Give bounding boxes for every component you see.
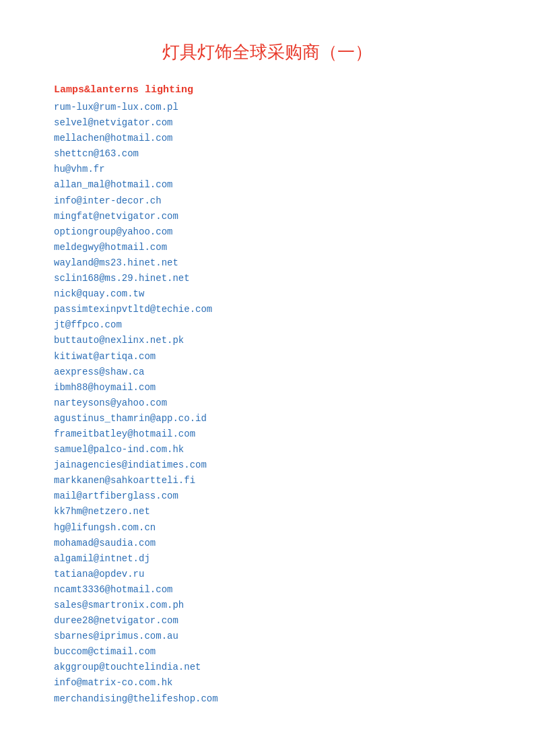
list-item: wayland@ms23.hinet.net	[54, 255, 480, 271]
list-item: mohamad@saudia.com	[54, 536, 480, 551]
list-item: akggroup@touchtelindia.net	[54, 660, 480, 675]
list-item: mingfat@netvigator.com	[54, 209, 480, 224]
list-item: mellachen@hotmail.com	[54, 131, 480, 146]
list-item: meldegwy@hotmail.com	[54, 240, 480, 255]
list-item: hu@vhm.fr	[54, 162, 480, 177]
list-item: sclin168@ms.29.hinet.net	[54, 271, 480, 286]
list-item: duree28@netvigator.com	[54, 613, 480, 629]
list-item: jt@ffpco.com	[54, 317, 480, 333]
list-item: optiongroup@yahoo.com	[54, 224, 480, 240]
list-item: ncamt3336@hotmail.com	[54, 582, 480, 598]
list-item: sbarnes@iprimus.com.au	[54, 629, 480, 644]
list-item: jainagencies@indiatimes.com	[54, 458, 480, 473]
list-item: shettcn@163.com	[54, 146, 480, 162]
list-item: sales@smartronix.com.ph	[54, 598, 480, 613]
list-item: info@matrix-co.com.hk	[54, 675, 480, 691]
email-list: rum-lux@rum-lux.com.plselvel@netvigator.…	[54, 100, 480, 707]
list-item: mail@artfiberglass.com	[54, 489, 480, 504]
list-item: ibmh88@hoymail.com	[54, 380, 480, 396]
list-item: samuel@palco-ind.com.hk	[54, 442, 480, 458]
list-item: kitiwat@artiqa.com	[54, 349, 480, 365]
list-item: algamil@intnet.dj	[54, 551, 480, 567]
list-item: narteysons@yahoo.com	[54, 396, 480, 411]
list-item: info@inter-decor.ch	[54, 193, 480, 209]
list-item: buttauto@nexlinx.net.pk	[54, 333, 480, 348]
list-item: rum-lux@rum-lux.com.pl	[54, 100, 480, 115]
section-header: Lamps&lanterns lighting	[54, 84, 480, 96]
list-item: frameitbatley@hotmail.com	[54, 427, 480, 442]
list-item: merchandising@thelifeshop.com	[54, 691, 480, 707]
list-item: kk7hm@netzero.net	[54, 504, 480, 519]
list-item: hg@lifungsh.com.cn	[54, 520, 480, 536]
list-item: agustinus_thamrin@app.co.id	[54, 411, 480, 427]
page-title: 灯具灯饰全球采购商（一）	[54, 40, 480, 64]
list-item: allan_mal@hotmail.com	[54, 177, 480, 193]
list-item: markkanen@sahkoartteli.fi	[54, 473, 480, 489]
list-item: nick@quay.com.tw	[54, 286, 480, 302]
list-item: tatiana@opdev.ru	[54, 567, 480, 582]
list-item: aexpress@shaw.ca	[54, 365, 480, 380]
list-item: selvel@netvigator.com	[54, 115, 480, 131]
list-item: buccom@ctimail.com	[54, 644, 480, 660]
list-item: passimtexinpvtltd@techie.com	[54, 302, 480, 317]
